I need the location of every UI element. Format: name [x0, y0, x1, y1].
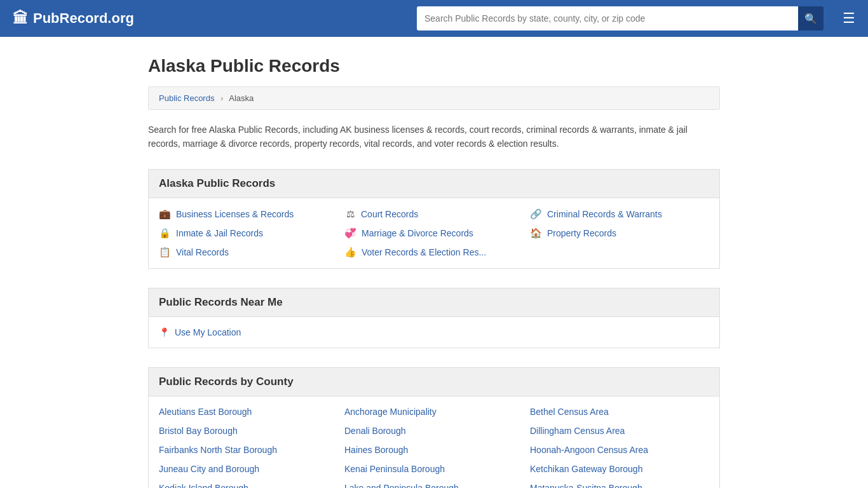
county-link[interactable]: Denali Borough: [344, 426, 524, 436]
record-item[interactable]: 📋Vital Records: [159, 247, 338, 258]
record-item[interactable]: ⚖Court Records: [344, 208, 524, 220]
county-link[interactable]: Aleutians East Borough: [159, 407, 338, 417]
record-label: Criminal Records & Warrants: [547, 209, 662, 219]
logo-text: PubRecord.org: [33, 10, 134, 27]
main-content: Alaska Public Records Public Records › A…: [135, 37, 733, 488]
record-item[interactable]: 💞Marriage & Divorce Records: [344, 227, 524, 239]
records-grid: 💼Business Licenses & Records⚖Court Recor…: [159, 208, 709, 258]
record-item[interactable]: 🏠Property Records: [530, 227, 709, 239]
county-link[interactable]: Kenai Peninsula Borough: [344, 464, 524, 474]
record-item[interactable]: 🔒Inmate & Jail Records: [159, 227, 338, 239]
county-grid: Aleutians East BoroughAnchorage Municipa…: [159, 407, 709, 488]
search-button[interactable]: 🔍: [798, 6, 824, 30]
alaska-records-heading: Alaska Public Records: [148, 169, 720, 198]
county-link[interactable]: Ketchikan Gateway Borough: [530, 464, 709, 474]
record-label: Court Records: [361, 209, 418, 219]
near-me-section: Public Records Near Me 📍 Use My Location: [148, 288, 720, 348]
county-section: Public Records by County Aleutians East …: [148, 367, 720, 488]
breadcrumb-current: Alaska: [229, 93, 254, 103]
record-icon: 💼: [159, 208, 171, 220]
record-item[interactable]: 💼Business Licenses & Records: [159, 208, 338, 220]
breadcrumb-parent-link[interactable]: Public Records: [159, 93, 214, 103]
county-link[interactable]: Hoonah-Angoon Census Area: [530, 445, 709, 455]
breadcrumb: Public Records › Alaska: [148, 86, 720, 110]
county-link[interactable]: Anchorage Municipality: [344, 407, 524, 417]
search-container: 🔍: [417, 6, 824, 30]
county-link[interactable]: Kodiak Island Borough: [159, 483, 338, 488]
county-link[interactable]: Bethel Census Area: [530, 407, 709, 417]
breadcrumb-separator: ›: [220, 93, 223, 103]
use-my-location-label: Use My Location: [175, 327, 241, 337]
county-link[interactable]: Lake and Peninsula Borough: [344, 483, 524, 488]
county-link[interactable]: Fairbanks North Star Borough: [159, 445, 338, 455]
record-label: Business Licenses & Records: [176, 209, 294, 219]
menu-button[interactable]: ☰: [843, 11, 855, 25]
county-link[interactable]: Matanuska-Susitna Borough: [530, 483, 709, 488]
record-label: Vital Records: [176, 247, 229, 257]
site-logo[interactable]: 🏛 PubRecord.org: [13, 10, 134, 27]
near-me-heading: Public Records Near Me: [148, 288, 720, 317]
county-link[interactable]: Juneau City and Borough: [159, 464, 338, 474]
record-icon: 🏠: [530, 227, 542, 239]
location-icon: 📍: [159, 327, 170, 337]
site-header: 🏛 PubRecord.org 🔍 ☰: [0, 0, 868, 37]
logo-icon: 🏛: [13, 10, 28, 27]
county-link[interactable]: Bristol Bay Borough: [159, 426, 338, 436]
alaska-records-body: 💼Business Licenses & Records⚖Court Recor…: [148, 198, 720, 269]
alaska-records-section: Alaska Public Records 💼Business Licenses…: [148, 169, 720, 269]
record-icon: ⚖: [344, 208, 356, 220]
county-body: Aleutians East BoroughAnchorage Municipa…: [148, 396, 720, 488]
record-label: Inmate & Jail Records: [176, 228, 263, 238]
record-label: Property Records: [547, 228, 616, 238]
county-link[interactable]: Haines Borough: [344, 445, 524, 455]
record-item[interactable]: 🔗Criminal Records & Warrants: [530, 208, 709, 220]
record-item[interactable]: 👍Voter Records & Election Res...: [344, 247, 524, 258]
county-link[interactable]: Dillingham Census Area: [530, 426, 709, 436]
record-icon: 🔒: [159, 227, 171, 239]
record-label: Voter Records & Election Res...: [362, 247, 486, 257]
record-icon: 👍: [344, 247, 356, 258]
use-my-location-link[interactable]: 📍 Use My Location: [159, 327, 709, 337]
record-icon: 💞: [344, 227, 356, 239]
hamburger-icon: ☰: [843, 10, 855, 26]
record-icon: 🔗: [530, 208, 542, 220]
record-icon: 📋: [159, 247, 171, 258]
record-label: Marriage & Divorce Records: [362, 228, 473, 238]
search-icon: 🔍: [804, 13, 817, 25]
search-input[interactable]: [417, 6, 798, 30]
page-title: Alaska Public Records: [148, 56, 720, 76]
near-me-body: 📍 Use My Location: [148, 317, 720, 348]
county-heading: Public Records by County: [148, 367, 720, 396]
page-description: Search for free Alaska Public Records, i…: [148, 123, 720, 151]
